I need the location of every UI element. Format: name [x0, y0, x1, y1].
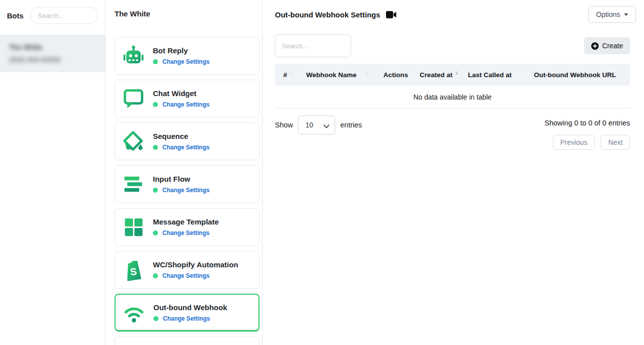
feature-card-title: Input Flow: [153, 175, 210, 183]
table-header-row: # ↑↓ Webhook Name ↑↓ Actions Created at …: [275, 64, 630, 86]
bot-list-item-selected[interactable]: The White (000) 000-00000: [0, 35, 105, 72]
bot-name-blurred: The White: [9, 43, 55, 51]
page-length-select[interactable]: 10: [298, 115, 335, 134]
feature-card-list: Bot Reply Change Settings Chat Widget Ch…: [115, 37, 259, 345]
status-dot: [153, 145, 158, 150]
feature-card-input-flow[interactable]: Input Flow Change Settings: [115, 165, 259, 203]
pagination: Previous Next: [553, 135, 630, 150]
column-header-webhook-name[interactable]: Webhook Name ↑↓: [300, 71, 375, 79]
column-label: Last Called at: [468, 71, 512, 79]
change-settings-link[interactable]: Change Settings: [162, 230, 210, 236]
next-page-button[interactable]: Next: [601, 135, 630, 150]
bars-icon: [122, 173, 145, 196]
svg-text:S: S: [129, 266, 137, 277]
paint-bucket-icon: [122, 130, 145, 153]
feature-card-title: Sequence: [153, 132, 210, 140]
feature-card-message-template[interactable]: Message Template Change Settings: [115, 208, 259, 246]
webhook-search-input[interactable]: [275, 34, 351, 57]
status-dot: [153, 230, 158, 235]
page-length-control: Show 10 entries: [275, 115, 362, 134]
column-label: Out-bound Webhook URL: [534, 71, 616, 79]
create-button-label: Create: [602, 42, 623, 50]
previous-page-button[interactable]: Previous: [553, 135, 595, 150]
column-header-created-at[interactable]: Created at ↑↓: [417, 71, 460, 79]
main-header: Out-bound Webhook Settings Options: [275, 6, 636, 23]
plus-circle-icon: [591, 42, 599, 50]
entries-label: entries: [340, 121, 362, 129]
table-info-text: Showing 0 to 0 of 0 entries: [544, 119, 630, 127]
wifi-icon: [123, 301, 145, 324]
sort-icon: ↑↓: [365, 70, 368, 75]
shopify-bag-icon: S: [122, 258, 145, 281]
show-label: Show: [275, 121, 293, 129]
options-button[interactable]: Options: [588, 6, 636, 23]
status-dot: [153, 316, 158, 321]
bots-sidebar: Bots The White (000) 000-00000: [0, 0, 106, 345]
sidebar-title: Bots: [7, 11, 23, 20]
video-camera-icon[interactable]: [386, 11, 396, 18]
empty-message: No data available in table: [413, 93, 492, 101]
sort-icon: ↑↓: [288, 70, 291, 75]
change-settings-link[interactable]: Change Settings: [162, 144, 210, 151]
create-button[interactable]: Create: [584, 37, 630, 54]
table-footer: Show 10 entries Showing 0 to 0 of 0 entr…: [275, 115, 630, 150]
sidebar-header: Bots: [0, 0, 105, 31]
column-label: Created at: [419, 71, 452, 79]
feature-card-shopify-automation[interactable]: S WC/Shopify Automation Change Settings: [115, 251, 259, 289]
page-title: Out-bound Webhook Settings: [275, 10, 380, 19]
chevron-down-icon: [624, 13, 628, 16]
column-label: Webhook Name: [306, 71, 357, 79]
feature-card-outbound-webhook[interactable]: Out-bound Webhook Change Settings: [115, 294, 259, 332]
status-dot: [153, 273, 158, 278]
grid-icon: [122, 216, 145, 238]
column-label: Actions: [384, 71, 408, 79]
feature-card-sequence[interactable]: Sequence Change Settings: [115, 122, 259, 160]
outbound-webhook-settings-panel: Out-bound Webhook Settings Options: [262, 0, 644, 345]
status-dot: [153, 59, 158, 64]
change-settings-link[interactable]: Change Settings: [162, 58, 210, 65]
feature-card-bot-reply[interactable]: Bot Reply Change Settings: [115, 37, 259, 75]
webhooks-table: # ↑↓ Webhook Name ↑↓ Actions Created at …: [275, 64, 630, 109]
column-header-last-called-at: Last Called at: [460, 71, 520, 79]
feature-card-chat-widget[interactable]: Chat Widget Change Settings: [115, 80, 259, 117]
change-settings-link[interactable]: Change Settings: [162, 101, 210, 108]
change-settings-link[interactable]: Change Settings: [163, 315, 210, 322]
feature-card-title: Bot Reply: [153, 46, 210, 55]
feature-card-title: WC/Shopify Automation: [153, 260, 238, 269]
robot-icon: [122, 44, 145, 67]
options-button-label: Options: [596, 10, 620, 18]
column-header-index[interactable]: # ↑↓: [275, 71, 300, 79]
bots-search-input[interactable]: [30, 7, 98, 24]
column-label: #: [283, 71, 287, 79]
column-header-actions: Actions: [375, 71, 417, 79]
status-dot: [153, 102, 158, 107]
bot-title: The White: [115, 9, 259, 18]
change-settings-link[interactable]: Change Settings: [162, 187, 210, 194]
bot-phone-blurred: (000) 000-00000: [9, 56, 84, 64]
column-header-webhook-url: Out-bound Webhook URL: [520, 71, 630, 79]
status-dot: [153, 188, 158, 193]
feature-card-partial[interactable]: [115, 337, 259, 345]
sort-icon-active: ↑↓: [454, 70, 457, 75]
table-toolbar: Create: [275, 34, 630, 57]
change-settings-link[interactable]: Change Settings: [162, 272, 210, 279]
table-empty-row: No data available in table: [275, 86, 630, 109]
bot-features-panel: The White Bot Reply C: [106, 0, 262, 345]
feature-card-title: Chat Widget: [153, 89, 210, 98]
chat-bubble-icon: [122, 87, 145, 110]
feature-card-title: Message Template: [153, 218, 219, 226]
feature-card-title: Out-bound Webhook: [153, 303, 227, 312]
